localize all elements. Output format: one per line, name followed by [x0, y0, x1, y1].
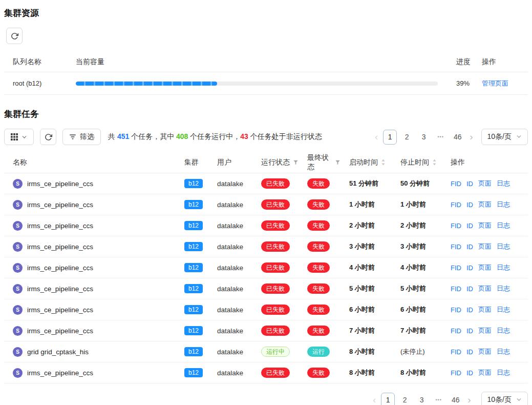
action-link[interactable]: 日志 — [497, 221, 510, 230]
page-button[interactable]: 3 — [417, 130, 431, 145]
action-link[interactable]: ID — [466, 348, 473, 356]
final-status-badge: 失败 — [307, 284, 330, 294]
cluster-badge: b12 — [184, 347, 203, 356]
action-link[interactable]: ID — [466, 243, 473, 251]
filter-icon[interactable] — [335, 159, 341, 165]
action-link[interactable]: 页面 — [478, 179, 492, 188]
start-time: 6 小时前 — [349, 305, 375, 314]
action-link[interactable]: 日志 — [497, 284, 510, 293]
action-link[interactable]: 页面 — [478, 200, 492, 209]
action-link[interactable]: FID — [451, 369, 461, 377]
action-link[interactable]: FID — [451, 222, 461, 230]
page-button[interactable]: 2 — [398, 393, 412, 405]
spark-avatar: S — [13, 305, 23, 315]
refresh-icon — [45, 133, 52, 141]
resources-section-title: 集群资源 — [4, 7, 528, 19]
page-ellipsis[interactable]: ••• — [432, 393, 445, 405]
action-link[interactable]: 页面 — [478, 242, 492, 251]
page-button[interactable]: 46 — [449, 393, 462, 405]
table-row: S irms_ce_pipeline_ccs b12 datalake 已失败 … — [4, 236, 528, 257]
cluster-badge: b12 — [184, 326, 203, 335]
page-button[interactable]: 2 — [400, 130, 414, 145]
col-header-stop-time: 停止时间 — [400, 158, 429, 167]
task-name: grid grid_cptask_his — [27, 348, 89, 356]
refresh-tasks-button[interactable] — [40, 129, 56, 145]
action-link[interactable]: 日志 — [497, 242, 510, 251]
action-link[interactable]: ID — [466, 222, 473, 230]
col-header-queue: 队列名称 — [4, 57, 76, 67]
filter-lines-icon — [69, 133, 76, 140]
layout-grid-button[interactable] — [4, 129, 34, 145]
table-row: S irms_ce_pipeline_ccs b12 datalake 已失败 … — [4, 173, 528, 194]
summary-text: 共 — [108, 132, 117, 140]
run-status-badge: 已失败 — [261, 262, 290, 273]
prev-page-button[interactable]: ‹ — [371, 393, 378, 405]
stop-time: 6 小时前 — [400, 305, 426, 314]
col-header-final-status: 最终状态 — [307, 153, 332, 172]
action-link[interactable]: 页面 — [478, 368, 492, 377]
action-link[interactable]: 页面 — [478, 221, 492, 230]
run-status-badge: 已失败 — [261, 178, 290, 189]
action-link[interactable]: 日志 — [497, 305, 510, 314]
cluster-badge: b12 — [184, 263, 203, 272]
action-link[interactable]: FID — [451, 327, 461, 335]
action-link[interactable]: ID — [466, 201, 473, 209]
action-link[interactable]: FID — [451, 180, 461, 188]
action-link[interactable]: FID — [451, 243, 461, 251]
spark-avatar: S — [13, 200, 23, 210]
action-link[interactable]: 日志 — [497, 200, 510, 209]
prev-page-button[interactable]: ‹ — [373, 130, 380, 144]
action-link[interactable]: FID — [451, 201, 461, 209]
action-link[interactable]: FID — [451, 285, 461, 293]
action-link[interactable]: ID — [466, 264, 473, 272]
action-link[interactable]: 页面 — [478, 263, 492, 272]
action-link[interactable]: ID — [466, 369, 473, 377]
action-link[interactable]: 日志 — [497, 263, 510, 272]
page-button[interactable]: 1 — [381, 393, 395, 405]
page-button[interactable]: 1 — [383, 130, 397, 145]
task-name: irms_ce_pipeline_ccs — [27, 264, 93, 272]
col-header-actions: 操作 — [451, 158, 465, 167]
page-button[interactable]: 46 — [451, 130, 464, 145]
action-link[interactable]: FID — [451, 348, 461, 356]
table-row: S irms_ce_pipeline_ccs b12 datalake 已失败 … — [4, 194, 528, 215]
manage-page-link[interactable]: 管理页面 — [482, 79, 508, 87]
spark-avatar: S — [13, 368, 23, 378]
action-link[interactable]: ID — [466, 306, 473, 314]
refresh-resources-button[interactable] — [6, 28, 23, 44]
action-link[interactable]: 日志 — [497, 326, 510, 335]
action-link[interactable]: 页面 — [478, 347, 492, 356]
run-status-badge: 已失败 — [261, 305, 290, 315]
action-link[interactable]: 页面 — [478, 326, 492, 335]
start-time: 3 小时前 — [349, 242, 375, 251]
action-link[interactable]: ID — [466, 327, 473, 335]
action-link[interactable]: 日志 — [497, 179, 510, 188]
page-ellipsis[interactable]: ••• — [434, 130, 448, 145]
final-status-badge: 失败 — [307, 262, 330, 273]
page-size-select[interactable]: 10条/页 — [481, 392, 528, 405]
action-link[interactable]: 页面 — [478, 284, 492, 293]
filter-icon[interactable] — [293, 159, 299, 165]
pagination: ‹123•••46› — [371, 393, 473, 405]
action-link[interactable]: 日志 — [497, 347, 510, 356]
grid-icon — [11, 133, 18, 140]
col-header-capacity: 当前容量 — [76, 57, 442, 67]
action-link[interactable]: 页面 — [478, 305, 492, 314]
task-name: irms_ce_pipeline_ccs — [27, 243, 93, 251]
action-link[interactable]: ID — [466, 180, 473, 188]
next-page-button[interactable]: › — [467, 130, 475, 144]
filter-button[interactable]: 筛选 — [62, 129, 101, 145]
page-button[interactable]: 3 — [415, 393, 429, 405]
task-user: datalake — [217, 201, 243, 209]
action-link[interactable]: ID — [466, 285, 473, 293]
action-link[interactable]: FID — [451, 306, 461, 314]
next-page-button[interactable]: › — [465, 393, 473, 405]
task-user: datalake — [217, 327, 243, 335]
action-link[interactable]: FID — [451, 264, 461, 272]
task-name: irms_ce_pipeline_ccs — [27, 369, 93, 377]
action-link[interactable]: 日志 — [497, 368, 510, 377]
col-header-progress: 进度 — [442, 57, 479, 67]
sort-icon[interactable] — [381, 158, 386, 166]
sort-icon[interactable] — [432, 158, 437, 166]
page-size-select[interactable]: 10条/页 — [481, 129, 528, 145]
